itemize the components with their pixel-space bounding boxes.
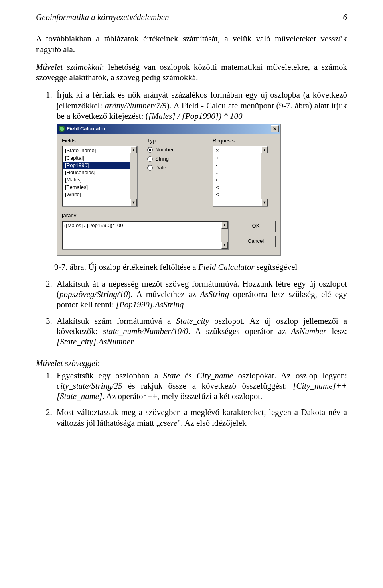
numbered-list-1: Írjuk ki a férfiak és nők arányát százal… [36, 90, 347, 255]
numbered-list-1-cont: Alakítsuk át a népesség mezőt szöveg for… [36, 279, 347, 347]
scroll-down-icon[interactable]: ▼ [221, 242, 228, 249]
requests-item[interactable]: <= [213, 191, 268, 198]
fields-item[interactable]: [White] [63, 191, 137, 198]
list1-item-3: Alakítsuk szám formátumúvá a State_city … [54, 316, 347, 347]
type-label: Type [147, 138, 203, 144]
fields-listbox[interactable]: [State_name] [Capital] [Pop1990] [Househ… [62, 146, 138, 207]
list1-item-2: Alakítsuk át a népesség mezőt szöveg for… [54, 279, 347, 310]
type-radio-date[interactable]: Date [147, 163, 203, 172]
numbered-list-2: Egyesítsük egy oszlopban a State és City… [36, 370, 347, 428]
fields-scrollbar[interactable]: ▲ ▼ [130, 146, 137, 206]
running-header: Geoinformatika a környezetvédelemben [36, 12, 169, 22]
muvelet-szamokkal-label: Művelet számokkal [36, 62, 102, 72]
expression-label: [arány] = [62, 212, 276, 219]
list1-item-1: Írjuk ki a férfiak és nők arányát százal… [54, 90, 347, 255]
fields-item[interactable]: [Females] [63, 184, 137, 191]
requests-item[interactable]: / [213, 176, 268, 183]
list2-item-2: Most változtassuk meg a szövegben a megl… [54, 407, 347, 428]
radio-icon [147, 156, 153, 162]
figure-caption: 9-7. ábra. Új oszlop értékeinek feltölté… [54, 262, 347, 272]
requests-label: Requests [213, 138, 268, 144]
intro-paragraph: A továbbiakban a táblázatok értékeinek s… [36, 33, 347, 55]
expression-value: ([Males] / [Pop1990])*100 [64, 222, 123, 228]
muvelet-szamokkal-paragraph: Művelet számokkal: lehetőség van oszlopo… [36, 62, 347, 83]
close-button[interactable]: ✕ [271, 125, 279, 132]
requests-listbox[interactable]: × + - .. / < <= ▲ ▼ [213, 146, 268, 207]
requests-item[interactable]: .. [213, 169, 268, 176]
fields-item[interactable]: [Households] [63, 169, 137, 176]
requests-item[interactable]: × [213, 147, 268, 154]
scroll-down-icon[interactable]: ▼ [261, 199, 268, 206]
scroll-up-icon[interactable]: ▲ [261, 146, 268, 153]
ok-button[interactable]: OK [236, 221, 276, 232]
requests-item[interactable]: < [213, 184, 268, 191]
fields-item[interactable]: [Males] [63, 176, 137, 183]
scroll-up-icon[interactable]: ▲ [130, 146, 137, 153]
requests-item[interactable]: + [213, 155, 268, 162]
radio-label: Number [155, 147, 174, 153]
dialog-titlebar[interactable]: Field Calculator ✕ [57, 124, 280, 134]
radio-label: String [155, 156, 169, 162]
fields-item[interactable]: [Capital] [63, 155, 137, 162]
dialog-title: Field Calculator [67, 126, 106, 132]
radio-icon [147, 165, 153, 171]
fields-item-selected[interactable]: [Pop1990] [63, 162, 137, 169]
fields-item[interactable]: [State_name] [63, 147, 137, 154]
expression-textarea[interactable]: ([Males] / [Pop1990])*100 ▲ ▼ [62, 221, 229, 250]
field-calculator-dialog: Field Calculator ✕ Fields [State_name] [… [57, 124, 281, 256]
page-number: 6 [343, 12, 347, 22]
type-radio-number[interactable]: Number [147, 146, 203, 154]
app-icon [59, 126, 65, 132]
type-radio-string[interactable]: String [147, 155, 203, 163]
radio-label: Date [155, 165, 166, 171]
fields-label: Fields [62, 138, 138, 144]
cancel-button[interactable]: Cancel [236, 236, 276, 247]
radio-icon [147, 147, 153, 153]
scroll-up-icon[interactable]: ▲ [221, 222, 228, 229]
scroll-down-icon[interactable]: ▼ [130, 199, 137, 206]
expression-scrollbar[interactable]: ▲ ▼ [221, 222, 228, 249]
close-icon: ✕ [273, 126, 277, 132]
requests-item[interactable]: - [213, 162, 268, 169]
list2-item-1: Egyesítsük egy oszlopban a State és City… [54, 370, 347, 402]
requests-scrollbar[interactable]: ▲ ▼ [261, 146, 268, 206]
muvelet-szoveggel-heading: Művelet szöveggel: [36, 358, 347, 368]
